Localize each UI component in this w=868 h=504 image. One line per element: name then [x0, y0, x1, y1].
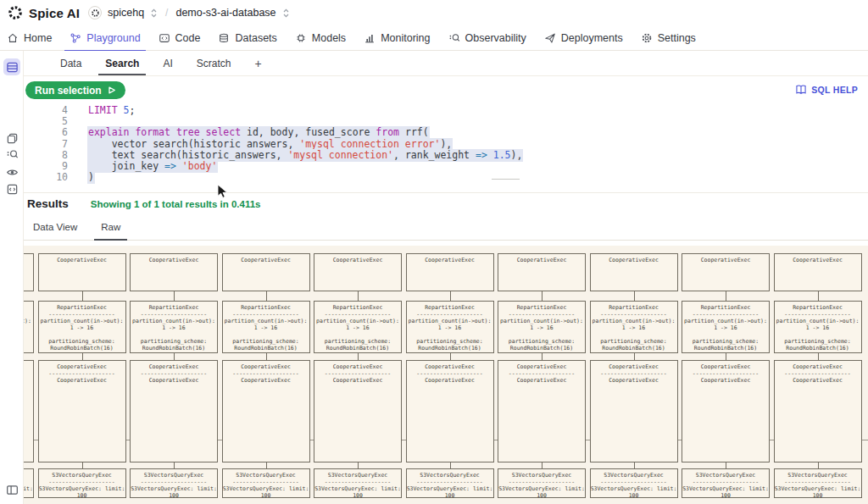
- tab-raw[interactable]: Raw: [94, 214, 127, 240]
- nav-label: Home: [24, 32, 52, 44]
- plan-node: CooperativeExec: [498, 253, 586, 291]
- nav-item-monitoring[interactable]: Monitoring: [364, 25, 430, 51]
- org-switcher[interactable]: [150, 8, 158, 19]
- nav-label: Code: [175, 32, 201, 44]
- editor-divider-dash: [492, 179, 520, 180]
- nav-item-observability[interactable]: Observability: [448, 25, 526, 51]
- plan-node: S3VectorsQueryExec--------------------S3…: [130, 468, 218, 498]
- plan-node: CooperativeExec: [406, 253, 494, 291]
- tab-label: Search: [105, 58, 139, 69]
- plan-node: CooperativeExec--------------------Coope…: [222, 360, 310, 462]
- code-line[interactable]: 9 join_key => 'body': [24, 161, 868, 172]
- plan-connector: [726, 462, 726, 468]
- tab-ai[interactable]: AI: [156, 51, 179, 75]
- plan-node: S3VectorsQueryExec--------------------S3…: [38, 468, 126, 498]
- tab-label: Data: [60, 58, 81, 69]
- plan-node: CooperativeExec--------------------Coope…: [406, 360, 494, 462]
- plan-connector: [818, 353, 819, 360]
- nav-label: Observability: [465, 32, 526, 44]
- org-name[interactable]: spicehq: [108, 7, 144, 19]
- plan-connector: [266, 291, 267, 301]
- tab-search[interactable]: Search: [98, 51, 146, 75]
- plan-connector: [634, 291, 635, 301]
- nav-item-playground[interactable]: Playground: [70, 25, 140, 51]
- plan-node: RepartitionExec--------------------parti…: [130, 301, 218, 353]
- settings-icon: [641, 32, 653, 44]
- code-text: LIMIT 5;: [88, 105, 135, 116]
- chevron-updown-icon: [150, 8, 158, 19]
- code-snippet-icon: [6, 183, 19, 196]
- nav-label: Monitoring: [381, 32, 430, 44]
- plan-connector: [82, 462, 83, 468]
- plan-node: S3VectorsQueryExec--------------------S3…: [24, 468, 34, 498]
- plan-node: CooperativeExec--------------------Coope…: [130, 360, 218, 462]
- brand[interactable]: Spice AI: [7, 4, 80, 21]
- plan-connector: [634, 462, 635, 468]
- plan-node: S3VectorsQueryExec--------------------S3…: [222, 468, 310, 498]
- editor-tabstrip: Data Search AI Scratch +: [24, 51, 868, 76]
- nav-item-home[interactable]: Home: [7, 25, 52, 51]
- plan-connector: [726, 353, 726, 360]
- top-bar: Spice AI spicehq / demo-s3-ai-database: [0, 0, 868, 25]
- plan-node: RepartitionExec--------------------parti…: [24, 301, 34, 353]
- plan-connector: [174, 353, 175, 360]
- run-selection-button[interactable]: Run selection: [25, 81, 125, 99]
- datasets-panel-icon: [6, 61, 19, 74]
- nav-item-code[interactable]: Code: [159, 25, 201, 51]
- tab-label: Raw: [101, 222, 120, 232]
- sidebar-item-notebooks[interactable]: [3, 130, 20, 147]
- code-line[interactable]: 10): [24, 172, 868, 183]
- tab-scratch[interactable]: Scratch: [190, 51, 238, 75]
- playground-icon: [70, 32, 81, 44]
- sidebar-item-code-snippet[interactable]: [3, 180, 20, 197]
- sql-help-link[interactable]: SQL HELP: [795, 84, 858, 96]
- tab-label: Data View: [33, 222, 77, 232]
- nav-item-settings[interactable]: Settings: [641, 25, 696, 51]
- plan-node: CooperativeExec: [590, 253, 678, 291]
- plan-node: RepartitionExec--------------------parti…: [38, 301, 126, 353]
- project-switcher[interactable]: [282, 8, 290, 19]
- nav-item-datasets[interactable]: Datasets: [218, 25, 276, 51]
- notebooks-icon: [6, 132, 19, 145]
- plan-node: CooperativeExec--------------------Coope…: [498, 360, 586, 462]
- plan-node: CooperativeExec: [130, 253, 218, 291]
- tab-data-view[interactable]: Data View: [26, 214, 84, 240]
- nav-item-deployments[interactable]: Deployments: [544, 25, 623, 51]
- plan-node: RepartitionExec--------------------parti…: [406, 301, 494, 353]
- plan-connector: [82, 353, 83, 360]
- sidebar-panel-toggle[interactable]: [3, 481, 20, 498]
- plan-node: S3VectorsQueryExec--------------------S3…: [406, 468, 494, 498]
- brand-name: Spice AI: [29, 6, 80, 20]
- add-tab-button[interactable]: +: [248, 51, 268, 75]
- home-icon: [7, 32, 19, 44]
- code-text: ): [88, 172, 94, 183]
- plan-connector: [450, 353, 451, 360]
- play-icon: [107, 86, 116, 95]
- plan-connector: [542, 353, 542, 360]
- sidebar-item-datasets-panel[interactable]: [3, 58, 20, 75]
- plan-node: CooperativeExec--------------------Coope…: [774, 360, 862, 462]
- plan-connector: [174, 462, 175, 468]
- tab-data[interactable]: Data: [53, 51, 88, 75]
- nav-item-models[interactable]: Models: [295, 25, 346, 51]
- query-plan-diagram[interactable]: CooperativeExecRepartitionExec----------…: [24, 246, 868, 504]
- plan-node: CooperativeExec--------------------Coope…: [38, 360, 126, 462]
- plan-node: CooperativeExec--------------------Coope…: [590, 360, 678, 462]
- main-nav: Home Playground Code Datasets: [0, 25, 868, 51]
- plan-node: RepartitionExec--------------------parti…: [222, 301, 310, 353]
- plan-node: RepartitionExec--------------------parti…: [590, 301, 678, 353]
- sidebar-item-eye[interactable]: [3, 163, 20, 180]
- eye-icon: [6, 166, 19, 179]
- line-number: 6: [24, 127, 68, 138]
- plan-node: S3VectorsQueryExec--------------------S3…: [314, 468, 402, 498]
- code-line[interactable]: 4LIMIT 5;: [24, 105, 868, 116]
- plan-connector: [450, 291, 451, 301]
- plan-connector: [818, 291, 819, 301]
- run-selection-label: Run selection: [35, 85, 102, 97]
- plan-connector: [358, 291, 359, 301]
- breadcrumb-separator: /: [164, 7, 170, 19]
- sql-editor[interactable]: 4LIMIT 5;56explain format tree select id…: [24, 105, 868, 186]
- project-name[interactable]: demo-s3-ai-database: [175, 7, 275, 19]
- line-number: 10: [24, 172, 68, 183]
- sidebar-item-search[interactable]: [3, 146, 20, 163]
